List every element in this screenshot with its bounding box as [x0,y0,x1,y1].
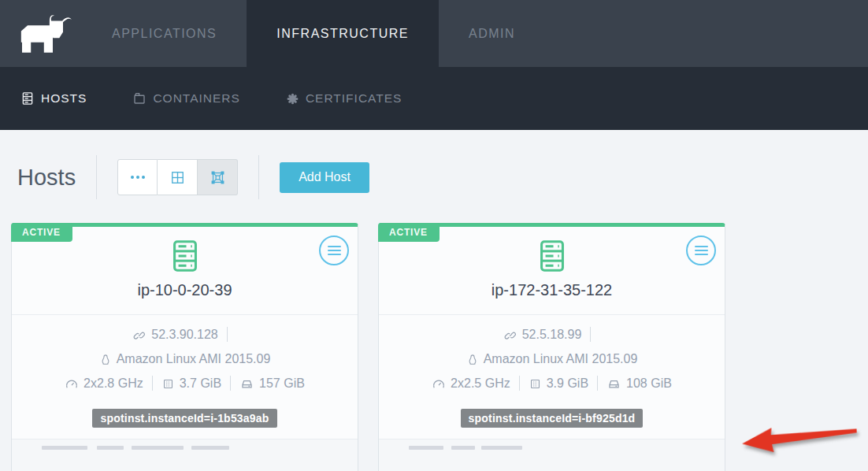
divider [258,155,259,199]
card-footer-clipped [379,439,725,471]
card-footer-clipped [12,439,358,471]
add-host-button[interactable]: Add Host [280,162,369,193]
card-menu-button[interactable] [319,236,349,265]
cpu-gauge-icon [432,377,446,391]
list-dots-icon [131,176,145,179]
memory-chip-icon [161,377,175,391]
host-os: Amazon Linux AMI 2015.09 [484,347,638,371]
host-cpu: 2x2.5 GHz [451,371,510,395]
divider [519,376,520,391]
host-server-icon [167,238,203,274]
card-menu-button[interactable] [686,236,716,265]
infrastructure-subnav: HOSTS CONTAINERS CERTIFICATES [0,67,868,130]
divider [590,327,591,342]
rancher-logo[interactable] [0,0,82,67]
host-card-list: ACTIVE ip-10-0-20-39 [11,223,868,471]
tab-infrastructure[interactable]: INFRASTRUCTURE [247,0,439,67]
grid-icon [170,170,185,185]
host-os: Amazon Linux AMI 2015.09 [117,347,271,371]
card-details: 52.3.90.128 Amazon Linux AMI 2015.09 [12,315,358,428]
disk-drive-icon [239,376,254,391]
card-details: 52.5.18.99 Amazon Linux AMI 2015.09 [379,315,725,428]
host-memory: 3.7 GiB [180,371,221,395]
certificate-seal-icon [286,92,299,106]
subnav-item-containers[interactable]: CONTAINERS [132,91,239,106]
view-list-button[interactable] [117,159,158,195]
rancher-cow-icon [13,13,72,54]
memory-chip-icon [529,377,542,391]
host-memory: 3.9 GiB [547,371,588,395]
disk-drive-icon [606,376,621,391]
host-server-icon [534,238,570,274]
divider [96,155,97,199]
subnav-item-certificates[interactable]: CERTIFICATES [286,91,402,106]
host-cpu: 2x2.8 GHz [83,371,143,395]
subnav-label: CONTAINERS [153,91,239,106]
divider [227,327,228,342]
subnav-label: HOSTS [41,91,87,106]
divider [597,376,598,391]
divider [230,376,231,391]
instance-id-label: spotinst.instanceId=i-bf925d1d [461,409,644,428]
hosts-toolbar: Hosts [0,130,868,199]
divider [152,376,153,391]
tab-admin[interactable]: ADMIN [439,0,545,67]
tab-applications[interactable]: APPLICATIONS [82,0,247,67]
view-screens-button[interactable] [198,159,238,195]
host-name[interactable]: ip-172-31-35-122 [379,281,725,299]
screens-icon [210,170,225,185]
hosts-server-icon [20,91,35,106]
host-disk: 108 GiB [626,371,672,395]
host-ip: 52.3.90.128 [151,322,218,347]
ip-link-icon [504,328,517,342]
ip-link-icon [133,328,147,342]
host-card: ACTIVE ip-172-31-35-122 [378,223,725,471]
container-box-icon [132,91,147,106]
subnav-item-hosts[interactable]: HOSTS [20,91,87,106]
linux-os-icon [99,354,112,366]
host-disk: 157 GiB [259,371,305,395]
status-badge: ACTIVE [378,223,440,242]
cpu-gauge-icon [65,377,79,391]
page-title: Hosts [17,165,76,191]
host-ip: 52.5.18.99 [522,322,582,347]
view-grid-button[interactable] [158,159,198,195]
top-navigation: APPLICATIONS INFRASTRUCTURE ADMIN [0,0,868,67]
host-name[interactable]: ip-10-0-20-39 [12,281,358,299]
linux-os-icon [466,354,479,366]
instance-id-label: spotinst.instanceId=i-1b53a9ab [92,409,276,428]
status-badge: ACTIVE [11,223,72,242]
subnav-label: CERTIFICATES [306,91,402,106]
view-toggle-group [117,159,238,195]
host-card: ACTIVE ip-10-0-20-39 [11,223,358,471]
